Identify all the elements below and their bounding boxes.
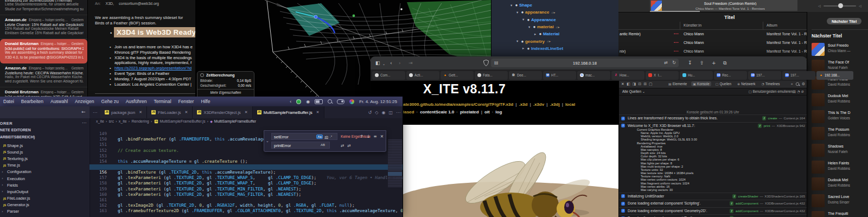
disclosure-icon[interactable]: ▾ — [528, 25, 533, 29]
console-source-location[interactable]: f addComponent — X3DBrowserContext.js:43… — [730, 201, 805, 206]
privacy-shield-icon[interactable] — [483, 60, 489, 66]
find-in-selection-icon[interactable]: ≡ — [373, 134, 376, 139]
emulate-gestures-checkbox[interactable]: ▢ Benutzergesten emulieren — [749, 90, 793, 93]
inspector-tab[interactable]: ▢ Quellen — [714, 81, 733, 86]
tree-node-label[interactable]: appearance — [525, 10, 549, 15]
preserve-case-icon[interactable]: AB — [321, 143, 325, 146]
file-tree-item[interactable]: JS Time.js — [0, 162, 90, 169]
console-row[interactable]: i Done loading external component 'Text'… — [619, 215, 807, 217]
queue-item[interactable]: Shadows Nusrat Fateh — [812, 143, 868, 160]
color-wheel-icon[interactable] — [349, 99, 354, 104]
queue-item[interactable]: Sacred Love Dusing Singer — [812, 194, 868, 210]
next-match-icon[interactable]: ↓ — [367, 134, 370, 139]
code-line[interactable]: 159 gl .texParameteri (gl .TEXTURE_2D, g… — [90, 181, 403, 186]
previous-match-icon[interactable]: ↑ — [360, 134, 363, 139]
screen-record-icon[interactable]: ◉ — [306, 99, 310, 104]
battery-icon[interactable] — [315, 99, 323, 104]
close-icon[interactable]: ✕ — [621, 82, 624, 86]
browser-tab[interactable]: Z How... — [611, 71, 644, 80]
history-back-icon[interactable]: ← — [81, 109, 86, 114]
menu-item[interactable]: Hilfe — [201, 99, 210, 104]
file-tree-item[interactable]: JS FileLoader.js — [0, 195, 90, 202]
code-line[interactable]: 156 gl .texParameteri (gl .TEXTURE_2D, g… — [90, 164, 403, 170]
tree-node-label[interactable]: IndexedLineSet — [531, 46, 563, 51]
tree-node[interactable]: ▸ ● IndexedLineSet — [492, 45, 618, 52]
more-properties-link[interactable]: Mehr Eigenschaften — [200, 91, 251, 94]
breadcrumb-item[interactable]: src — [109, 119, 114, 124]
song-row[interactable]: nix) ••• Chico Mann Manifest Tone Vol. 1… — [618, 47, 807, 56]
x3d-bee-canvas[interactable] — [403, 125, 618, 217]
console-row[interactable]: i Welcome to X_ITE X3D Browser v8.11.7: … — [619, 123, 807, 193]
tab-jump-icon[interactable]: ⇥ — [409, 60, 413, 66]
file-tree-item[interactable]: JS Generator.js — [0, 202, 90, 208]
file-tree-item[interactable]: JS Texturing.js — [0, 155, 90, 162]
mail-list-row[interactable]: Amazon.de Eingang – holger.seelig… Geste… — [0, 63, 87, 88]
console-row[interactable]: i Initializing UnlitShader f — [619, 193, 807, 201]
code-line[interactable]: 163 — [90, 203, 403, 208]
code-line[interactable]: 155 gl .bindTexture (gl .TEXTURE_2D, thi… — [90, 159, 403, 164]
share-icon[interactable]: ⇧ — [700, 60, 704, 66]
workspace-section[interactable]: X_ITE (ARBEITSBEREICH) — [0, 135, 35, 139]
menu-item[interactable]: Gehe zu — [101, 99, 119, 104]
dock-icons[interactable]: ◧◨⊟⊞▢ — [627, 82, 653, 86]
column-divider[interactable] — [763, 22, 763, 29]
editor-tab[interactable]: JS FileLoader.js ✕ — [147, 106, 193, 118]
sidebar-icon[interactable]: ◧ — [375, 60, 380, 66]
tree-node[interactable]: ▸ ● Material — [492, 30, 618, 37]
console-action-icons[interactable]: ▤◔⊘ — [793, 90, 805, 94]
song-row[interactable]: ••• Chico Mann Manifest Tone Vol. 1 - Re… — [618, 39, 807, 47]
browser-tab[interactable]: X_I... — [646, 71, 679, 80]
tree-node-label[interactable]: Material — [543, 31, 559, 36]
spotlight-icon[interactable] — [328, 99, 332, 104]
inspector-tab[interactable]: ▤ Elemente — [667, 81, 688, 86]
tree-node[interactable]: ▾ ● Appearance — [492, 16, 618, 23]
inspector-tab[interactable]: ◔ Timelines — [760, 81, 781, 86]
tab-overview-icon[interactable]: ⧉ — [723, 60, 726, 66]
match-case-icon[interactable]: Aa — [316, 135, 323, 139]
code-line[interactable]: 154 — [90, 154, 403, 159]
queue-item[interactable]: Helen Faints David Robbins — [812, 160, 868, 177]
regex-icon[interactable]: .* — [330, 135, 332, 138]
mail-list-row[interactable]: Amazon.de Eingang – holger.seelig… Geste… — [0, 15, 87, 40]
minimap[interactable] — [388, 139, 402, 187]
file-tree-item[interactable]: › InputOutput — [0, 188, 90, 195]
file-tree-item[interactable]: › Fields — [0, 182, 90, 188]
translate-icon[interactable]: ⇄ — [664, 60, 668, 65]
tree-node[interactable]: ▾ ● geometry ▱▸ — [492, 37, 618, 44]
menu-item[interactable]: Bearbeiten — [21, 99, 43, 104]
breadcrumb-item[interactable]: x_ite — [119, 119, 127, 124]
code-line[interactable]: 158 gl .texParameteri (gl .TEXTURE_2D, g… — [90, 175, 403, 181]
file-tree-item[interactable]: › Parser — [0, 208, 90, 215]
chevron-icon[interactable]: ‹ — [290, 99, 291, 104]
browser-tab[interactable]: Acti... — [406, 71, 439, 80]
breadcrumb-file[interactable]: MultiSampleFrameBuffer.js — [160, 119, 206, 123]
progress-bar[interactable] — [650, 11, 797, 12]
breadcrumb-item[interactable]: x_ite — [96, 119, 104, 124]
tree-node-label[interactable]: material — [537, 24, 554, 29]
disclosure-icon[interactable]: ▾ — [522, 17, 527, 22]
tree-node-label[interactable]: geometry — [525, 39, 545, 44]
browser-tab[interactable]: Fata... — [475, 71, 508, 80]
new-tab-icon[interactable]: + — [712, 60, 716, 66]
close-tab-icon[interactable]: ✕ — [245, 110, 248, 114]
code-line[interactable]: 161 gl .texImage2D (gl .TEXTURE_2D, 0, g… — [90, 192, 403, 197]
example-links[interactable]: ate3000.github.io/media/examples/Core/gl… — [403, 102, 575, 107]
disclosure-icon[interactable]: ▾ — [516, 39, 521, 43]
chevron-down-icon[interactable]: ⌄ — [382, 61, 385, 67]
column-divider[interactable] — [680, 22, 680, 29]
column-header-artist[interactable]: Künstler:in — [684, 23, 701, 27]
console-source-location[interactable]: f addComponent — X3DBrowserContext.js:43… — [730, 209, 805, 213]
browser-tab[interactable]: 10 197... — [748, 71, 781, 80]
reload-icon[interactable]: ↻ — [672, 60, 676, 65]
column-header-album[interactable]: Album — [767, 23, 777, 27]
editor-tab[interactable]: JS X3DRenderObject.js ✕ — [193, 106, 252, 118]
up-next-button[interactable]: Nächster Titel — [827, 18, 861, 24]
inspector-tab[interactable]: ⊕ Netzwerk — [736, 81, 757, 86]
breadcrumb[interactable]: x_ite › src › x_ite › Rendering › JS Mul… — [90, 118, 403, 124]
code-line[interactable]: 160 — [90, 187, 403, 192]
replace-all-icon[interactable]: ⇄ — [347, 143, 350, 148]
forward-icon[interactable]: › — [399, 60, 401, 66]
collapse-replace-icon[interactable]: ⌄ — [266, 139, 269, 143]
editor-tab[interactable]: JS package.json ✕ — [100, 106, 147, 118]
browser-tab[interactable]: Com... — [372, 71, 405, 80]
